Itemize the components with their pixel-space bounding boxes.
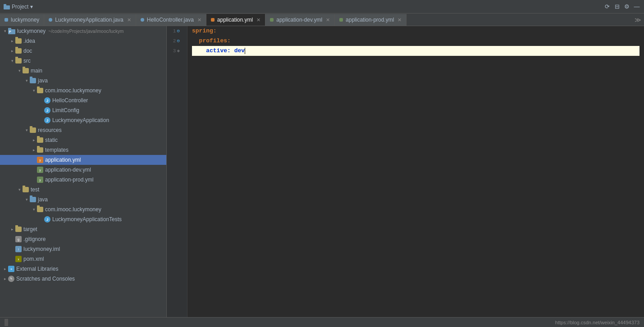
sidebar-label-doc: doc: [23, 48, 32, 54]
sidebar-item-templates[interactable]: templates: [0, 145, 166, 155]
yaml-icon-application-prod: y: [37, 177, 43, 183]
sidebar-item-limitconfig[interactable]: J LimitConfig: [0, 105, 166, 115]
tab-luckymoney[interactable]: luckymoney: [0, 14, 44, 26]
fold-icon-1[interactable]: ⊖: [177, 26, 180, 36]
sidebar-item-hellocontroller[interactable]: J HelloController: [0, 95, 166, 105]
editor-content: 1 ⊖ 2 ⊖ 3 ◆ spring:: [167, 26, 644, 317]
tab-icon-application-prod-yml: [339, 18, 343, 22]
sidebar-label-luckymoneytests: LuckymoneyApplicationTests: [52, 216, 122, 223]
tab-label-hellocontroller: HelloController.java: [147, 17, 194, 23]
java-icon-limitconfig: J: [44, 107, 50, 114]
sidebar-item-scratches[interactable]: ✎ Scratches and Consoles: [0, 274, 166, 284]
status-url: https://blog.csdn.net/weixin_44494373: [555, 320, 639, 325]
arrow-test: [16, 186, 23, 193]
iml-icon: i: [15, 246, 22, 252]
xml-icon-pom: x: [15, 256, 22, 262]
line-number-2: 2: [173, 36, 176, 46]
sidebar-item-doc[interactable]: doc: [0, 46, 166, 56]
title-bar-actions: ⟳ ⊟ ⚙ —: [603, 3, 640, 10]
sidebar-label-luckymoney: luckymoney: [17, 28, 46, 34]
sidebar-item-luckymoney-root[interactable]: P luckymoney ~/code/myProjects/java/imoo…: [0, 26, 166, 36]
gitignore-icon: g: [15, 236, 22, 242]
code-area[interactable]: spring: profiles: active: dev: [187, 26, 644, 317]
text-cursor: [245, 48, 245, 54]
package-icon-com-imooc-test: [37, 207, 43, 212]
sidebar-item-src[interactable]: src: [0, 56, 166, 66]
folder-icon-test: [23, 187, 29, 192]
folder-icon-main: [23, 68, 29, 73]
tab-application-dev-yml[interactable]: application-dev.yml ✕: [265, 14, 335, 26]
arrow-pom: [9, 256, 15, 262]
tab-luckymoneyapplication[interactable]: LuckymoneyApplication.java ✕: [44, 14, 136, 26]
tab-close-luckymoneyapplication[interactable]: ✕: [127, 17, 131, 23]
sidebar: P luckymoney ~/code/myProjects/java/imoo…: [0, 26, 167, 317]
project-folder-icon: [4, 4, 10, 9]
refresh-icon[interactable]: ⟳: [603, 3, 611, 10]
more-tabs-icon[interactable]: ≫: [635, 16, 641, 23]
sidebar-item-gitignore[interactable]: g .gitignore: [0, 234, 166, 244]
arrow-com-imooc-test: [31, 206, 37, 213]
status-left-panel-toggle[interactable]: [5, 319, 8, 326]
sidebar-item-com-imooc-test[interactable]: com.imooc.luckymoney: [0, 204, 166, 214]
sidebar-item-static[interactable]: static: [0, 135, 166, 145]
sidebar-label-iml: luckymoney.iml: [23, 246, 60, 252]
sidebar-item-iml[interactable]: i luckymoney.iml: [0, 244, 166, 254]
tab-label-luckymoneyapplication: LuckymoneyApplication.java: [55, 17, 123, 23]
arrow-java-test: [23, 196, 30, 203]
tab-hellocontroller[interactable]: HelloController.java ✕: [136, 14, 206, 26]
tab-icon-luckymoney: [5, 18, 8, 22]
sidebar-item-idea[interactable]: .idea: [0, 36, 166, 46]
tab-icon-luckymoneyapplication: [49, 18, 52, 22]
tab-label-application-prod-yml: application-prod.yml: [346, 17, 394, 23]
code-line-2: profiles:: [192, 36, 639, 46]
java-icon-luckymoneyapp: J: [44, 117, 50, 123]
gutter-line-1: 1 ⊖: [167, 26, 183, 36]
sidebar-item-target[interactable]: target: [0, 224, 166, 234]
tab-close-application-yml[interactable]: ✕: [256, 17, 260, 23]
sidebar-label-application-prod-yml: application-prod.yml: [45, 177, 93, 183]
sidebar-label-limitconfig: LimitConfig: [52, 107, 79, 114]
project-root-icon: P: [8, 28, 15, 34]
sidebar-item-com-imooc[interactable]: com.imooc.luckymoney: [0, 86, 166, 95]
minimize-icon[interactable]: —: [633, 3, 640, 10]
sidebar-item-test[interactable]: test: [0, 185, 166, 195]
gutter-line-2: 2 ⊖: [167, 36, 183, 46]
tab-application-yml[interactable]: application.yml ✕: [206, 14, 265, 26]
arrow-luckymoneytests: [38, 216, 44, 223]
arrow-com-imooc: [31, 87, 37, 94]
settings-icon[interactable]: ⚙: [623, 3, 630, 10]
tab-close-hellocontroller[interactable]: ✕: [197, 17, 201, 23]
arrow-iml: [9, 246, 15, 252]
sidebar-item-resources[interactable]: resources: [0, 125, 166, 135]
tab-close-application-prod-yml[interactable]: ✕: [397, 17, 402, 23]
sidebar-item-pom[interactable]: x pom.xml: [0, 254, 166, 264]
arrow-resources: [23, 127, 30, 133]
sidebar-item-application-yml[interactable]: y application.yml: [0, 155, 166, 165]
arrow-hellocontroller: [38, 97, 44, 104]
project-arrow: ▾: [30, 4, 33, 10]
folder-icon-target: [15, 227, 22, 232]
arrow-external-libraries: [2, 266, 8, 272]
main-area: P luckymoney ~/code/myProjects/java/imoo…: [0, 26, 644, 317]
sidebar-item-application-prod-yml[interactable]: y application-prod.yml: [0, 175, 166, 185]
sidebar-item-external-libraries[interactable]: ≡ External Libraries: [0, 264, 166, 274]
sidebar-item-java-test[interactable]: java: [0, 195, 166, 204]
sidebar-item-application-dev-yml[interactable]: y application-dev.yml: [0, 165, 166, 175]
tab-close-application-dev-yml[interactable]: ✕: [326, 17, 330, 23]
svg-text:P: P: [9, 30, 11, 33]
sidebar-label-hellocontroller: HelloController: [52, 97, 88, 104]
sidebar-item-luckymoneytests[interactable]: J LuckymoneyApplicationTests: [0, 214, 166, 224]
sidebar-label-java-main: java: [38, 77, 48, 84]
fold-icon-2[interactable]: ⊖: [177, 36, 180, 46]
tab-icon-hellocontroller: [141, 18, 144, 22]
svg-rect-1: [4, 4, 6, 6]
sidebar-item-java-main[interactable]: java: [0, 76, 166, 86]
collapse-icon[interactable]: ⊟: [613, 3, 621, 10]
sidebar-label-templates: templates: [45, 147, 69, 153]
sidebar-item-main[interactable]: main: [0, 66, 166, 76]
scratches-icon: ✎: [8, 276, 14, 282]
sidebar-label-scratches: Scratches and Consoles: [16, 276, 75, 282]
arrow-templates: [31, 147, 37, 153]
tab-application-prod-yml[interactable]: application-prod.yml ✕: [335, 14, 406, 26]
sidebar-item-luckymoneyapp[interactable]: J LuckymoneyApplication: [0, 115, 166, 125]
